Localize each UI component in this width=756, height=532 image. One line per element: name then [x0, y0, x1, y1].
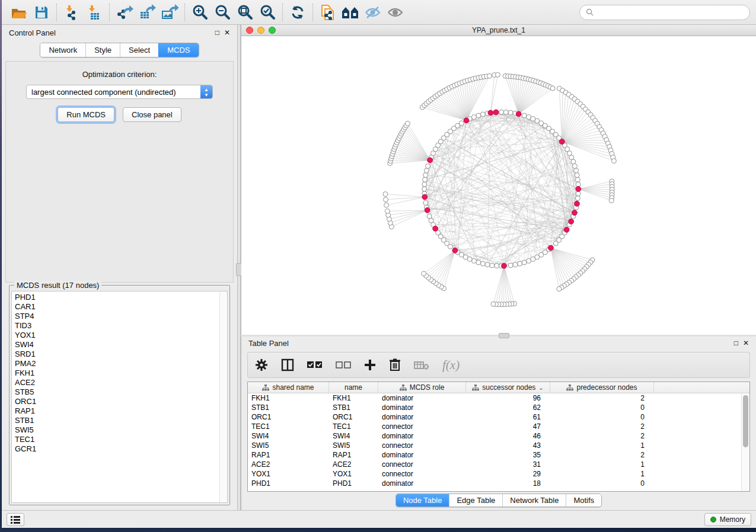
cell-shared-name[interactable]: RAP1	[248, 450, 329, 460]
network-node[interactable]	[426, 164, 430, 168]
network-node[interactable]	[487, 73, 492, 78]
network-node[interactable]	[550, 86, 555, 91]
cell-predecessor-nodes[interactable]: 1	[550, 469, 654, 479]
network-node[interactable]	[422, 182, 427, 187]
run-mcds-button[interactable]: Run MCDS	[58, 107, 114, 122]
column-header-MCDS-role[interactable]: MCDS role	[378, 382, 466, 393]
network-node[interactable]	[572, 164, 577, 168]
column-header-name[interactable]: name	[329, 382, 378, 393]
network-node[interactable]	[495, 264, 499, 268]
mcds-result-item[interactable]: GCR1	[15, 444, 227, 454]
network-node[interactable]	[423, 177, 428, 182]
mcds-result-item[interactable]: SRD1	[15, 350, 227, 359]
cell-MCDS-role[interactable]: dominator	[378, 393, 466, 403]
network-node[interactable]	[422, 271, 426, 276]
cell-predecessor-nodes[interactable]: 0	[550, 479, 654, 488]
cell-successor-nodes[interactable]: 96	[466, 393, 550, 403]
vertical-splitter[interactable]	[237, 25, 241, 510]
zoom-selected-button[interactable]	[256, 3, 279, 22]
network-node[interactable]	[495, 72, 500, 77]
network-node[interactable]	[611, 159, 616, 164]
refresh-button[interactable]	[286, 3, 309, 22]
show-all-button[interactable]	[384, 3, 407, 22]
cell-name[interactable]: RAP1	[329, 450, 378, 460]
mcds-node[interactable]	[433, 226, 438, 231]
tab-mcds[interactable]: MCDS	[158, 43, 198, 57]
table-row[interactable]: FKH1FKH1dominator962	[248, 393, 749, 403]
mcds-node[interactable]	[425, 207, 430, 213]
network-node[interactable]	[480, 112, 485, 117]
columns-button[interactable]	[281, 356, 294, 374]
cell-shared-name[interactable]: STB1	[248, 403, 329, 412]
table-row[interactable]: RAP1RAP1dominator352	[248, 450, 749, 460]
network-graph[interactable]	[241, 36, 756, 335]
delete-column-button[interactable]	[389, 356, 401, 374]
network-node[interactable]	[459, 121, 464, 126]
network-node[interactable]	[406, 121, 410, 126]
show-panels-button[interactable]	[7, 513, 24, 526]
tab-network[interactable]: Network	[40, 43, 85, 57]
mcds-node[interactable]	[452, 248, 458, 253]
network-node[interactable]	[576, 182, 580, 187]
gear-button[interactable]	[255, 356, 268, 374]
close-panel-button[interactable]: Close panel	[123, 107, 181, 122]
mcds-result-item[interactable]: ACE2	[15, 378, 227, 387]
network-node[interactable]	[574, 168, 579, 173]
zoom-fit-button[interactable]	[234, 3, 256, 22]
mcds-result-item[interactable]: PHD1	[15, 293, 227, 302]
network-node[interactable]	[385, 209, 390, 213]
mcds-node[interactable]	[502, 263, 507, 268]
mcds-result-item[interactable]: YOX1	[15, 331, 227, 340]
search-input[interactable]	[597, 8, 744, 17]
mcds-result-item[interactable]: TID3	[15, 321, 227, 331]
search-box[interactable]	[579, 5, 750, 20]
cell-successor-nodes[interactable]: 62	[466, 403, 550, 412]
mcds-node[interactable]	[422, 194, 428, 200]
network-node[interactable]	[508, 263, 513, 268]
network-node[interactable]	[423, 173, 428, 178]
save-session-button[interactable]	[30, 3, 53, 22]
table-row[interactable]: TEC1TEC1connector472	[248, 422, 749, 431]
scrollbar-thumb[interactable]	[743, 395, 748, 447]
network-node[interactable]	[553, 241, 558, 246]
cell-predecessor-nodes[interactable]: 2	[550, 450, 654, 460]
table-row[interactable]: PHD1PHD1dominator180	[248, 479, 749, 488]
table-row[interactable]: SWI4SWI4dominator462	[248, 431, 749, 441]
splitter-grip[interactable]	[499, 333, 509, 338]
export-network-button[interactable]	[113, 3, 136, 22]
table-row[interactable]: YOX1YOX1connector291	[248, 469, 749, 479]
mcds-node[interactable]	[493, 110, 499, 115]
cell-predecessor-nodes[interactable]: 1	[550, 441, 654, 450]
cell-MCDS-role[interactable]: connector	[378, 441, 466, 450]
network-node[interactable]	[384, 203, 389, 207]
table-row[interactable]: ORC1ORC1dominator610	[248, 412, 749, 422]
mcds-result-item[interactable]: TEC1	[15, 435, 227, 444]
table-row[interactable]: STB1STB1dominator620	[248, 403, 749, 412]
cell-successor-nodes[interactable]: 61	[466, 412, 550, 422]
network-node[interactable]	[476, 113, 481, 118]
cell-name[interactable]: STB1	[329, 403, 378, 412]
mcds-result-item[interactable]: SWI4	[15, 340, 227, 350]
cell-successor-nodes[interactable]: 18	[466, 479, 550, 488]
network-node[interactable]	[423, 200, 428, 205]
cell-predecessor-nodes[interactable]: 0	[550, 412, 654, 422]
cell-MCDS-role[interactable]: connector	[378, 460, 466, 469]
network-node[interactable]	[508, 110, 513, 115]
cell-MCDS-role[interactable]: dominator	[378, 412, 466, 422]
network-node[interactable]	[557, 287, 562, 291]
cell-name[interactable]: TEC1	[329, 422, 378, 431]
network-node[interactable]	[518, 261, 522, 266]
mcds-node[interactable]	[548, 245, 554, 251]
mcds-result-item[interactable]: PMA2	[15, 359, 227, 368]
cell-successor-nodes[interactable]: 46	[466, 431, 550, 441]
tab-style[interactable]: Style	[85, 43, 120, 57]
network-node[interactable]	[427, 214, 432, 219]
network-node[interactable]	[491, 302, 496, 306]
mcds-result-list[interactable]: PHD1CAR1STP4TID3YOX1SWI4SRD1PMA2FKH1ACE2…	[11, 291, 228, 503]
hide-selected-button[interactable]	[362, 3, 384, 22]
cell-MCDS-role[interactable]: dominator	[378, 479, 466, 488]
network-node[interactable]	[383, 192, 388, 197]
cell-shared-name[interactable]: ACE2	[248, 460, 329, 469]
cell-name[interactable]: PHD1	[329, 479, 378, 488]
table-row[interactable]: ACE2ACE2connector311	[248, 460, 749, 469]
